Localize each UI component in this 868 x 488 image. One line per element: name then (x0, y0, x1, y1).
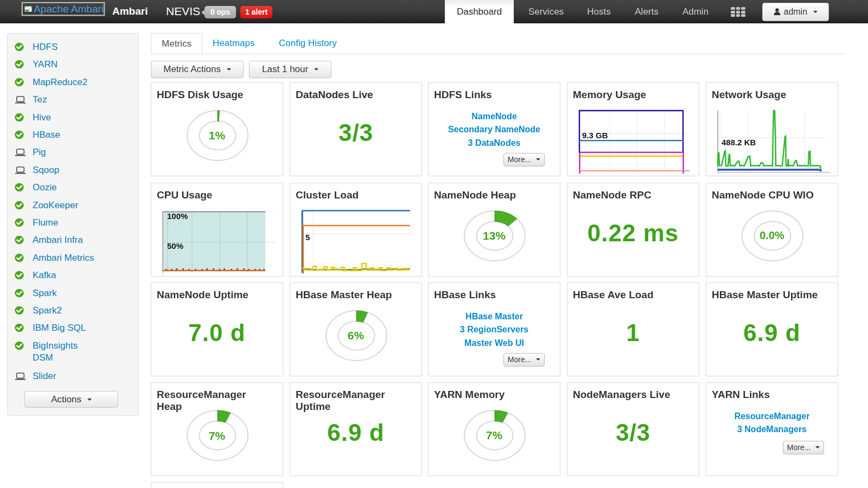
svg-text:5: 5 (305, 233, 310, 242)
svg-text:50%: 50% (167, 241, 183, 251)
svg-text:9.3 GB: 9.3 GB (582, 131, 608, 140)
svg-text:100%: 100% (167, 211, 188, 221)
svg-text:488.2 KB: 488.2 KB (722, 138, 756, 147)
